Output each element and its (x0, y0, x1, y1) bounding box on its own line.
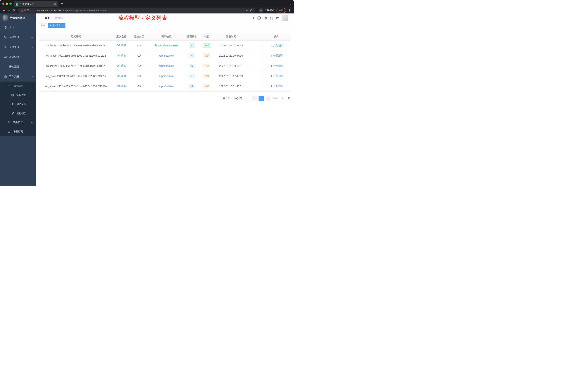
form-link[interactable]: /bpm/oa/flow (159, 85, 173, 88)
forward-button[interactable] (7, 8, 11, 13)
status-badge: 挂起 (202, 54, 211, 58)
definition-name-link[interactable]: OA 请假 (117, 54, 126, 57)
tab-favicon-icon (16, 3, 18, 6)
sidebar-item-home[interactable]: 首页 (0, 22, 36, 33)
assign-rule-label: 分配规则 (273, 44, 284, 47)
definition-category: OA (130, 61, 148, 71)
version-badge: v1 (189, 84, 195, 89)
version-cell: v5 (185, 40, 199, 51)
column-header: 状态 (199, 33, 214, 40)
definition-name-link[interactable]: OA 请假 (117, 64, 126, 67)
column-header: 部署时间 (214, 33, 247, 40)
sidebar-item-system-management[interactable]: 系统管理 (0, 33, 36, 42)
help-icon[interactable] (264, 17, 267, 20)
user-icon (270, 55, 273, 57)
tag-close-icon[interactable]: × (62, 24, 64, 27)
page-size-select[interactable]: 10条/页 (232, 96, 250, 101)
sidebar-item-process-form[interactable]: 流程表单 (0, 91, 36, 100)
assign-rule-link[interactable]: 分配规则 (270, 44, 284, 47)
assign-rule-label: 分配规则 (273, 64, 284, 67)
version-cell: v2 (185, 71, 199, 81)
tab-search-chevron-icon[interactable] (290, 2, 291, 5)
incognito-label: 无痕模式 (265, 9, 274, 12)
form-link[interactable]: /bpm/oa/flow (159, 75, 173, 77)
assign-rule-link[interactable]: 分配规则 (270, 54, 284, 57)
sidebar-item-process-management[interactable]: 流程管理 (0, 82, 36, 91)
sidebar-item-label: 请假查询 (13, 130, 23, 133)
prev-page-button[interactable] (252, 96, 257, 101)
goto-label: 前往 (272, 97, 277, 100)
sidebar-item-label: 首页 (9, 26, 14, 29)
deploy-time: 2022-01-22 19:19:11 (214, 61, 247, 71)
definition-id: oa_leave:5:004b710b-7b8a-11ec-8ef0-acde4… (40, 40, 113, 51)
assign-rule-link[interactable]: 分配规则 (270, 64, 284, 67)
update-button[interactable]: 更新 (276, 8, 286, 13)
view-tag-1[interactable]: 流程定义× (48, 23, 65, 28)
sidebar-item-task-management[interactable]: 任务管理 (0, 118, 36, 127)
goto-page-input[interactable] (279, 96, 286, 101)
definition-name-link[interactable]: OA 请假 (117, 85, 126, 88)
tab-close-icon[interactable]: × (54, 3, 56, 6)
breadcrumb-current: 流程定义 (54, 16, 64, 20)
sidebar-logo[interactable]: 芋道管理系统 (0, 13, 36, 22)
font-size-icon[interactable]: tT (276, 17, 279, 20)
tool-icon (4, 65, 7, 68)
window-close-button[interactable] (2, 2, 4, 5)
next-page-button[interactable] (265, 96, 271, 101)
sidebar-item-infrastructure[interactable]: 基础设施 (0, 52, 36, 62)
sidebar-item-workflow[interactable]: 工作流程 (0, 72, 36, 82)
tab-title: 芋道管理系统 (20, 2, 52, 6)
breadcrumb-separator: / (52, 17, 52, 20)
action-cell: 分配规则 (263, 71, 290, 81)
definition-category: OA (130, 40, 148, 51)
url-text: dashboard.yudao.iocoder.cn/bpm/manager/d… (35, 9, 106, 12)
window-minimize-button[interactable] (6, 2, 8, 5)
status-cell: 激活 (199, 40, 214, 51)
table-row: oa_leave:4:991f2193-7b7f-11ec-a3c8-acde4… (40, 51, 290, 61)
sidebar-item-leave-query[interactable]: 请假查询 (0, 127, 36, 136)
chevron-down-icon (31, 56, 33, 58)
table-header-row: 定义编号定义名称定义分类表单信息流程版本状态部署时间操作 (40, 33, 290, 40)
user-avatar[interactable] (282, 15, 291, 21)
address-bar[interactable]: 不安全 dashboard.yudao.iocoder.cn/bpm/manag… (18, 8, 255, 13)
search-icon[interactable] (251, 17, 254, 20)
window-controls (0, 2, 14, 5)
form-info-cell: /bpm/oa/leave/create (148, 40, 185, 51)
hamburger-icon[interactable] (36, 16, 45, 20)
filler-cell (248, 61, 263, 71)
reload-button[interactable] (11, 8, 16, 13)
breadcrumb-home[interactable]: 首页 (45, 16, 50, 20)
key-icon[interactable] (245, 9, 248, 12)
browser-menu-icon[interactable]: ⋮ (287, 9, 292, 12)
assign-rule-link[interactable]: 分配规则 (270, 85, 284, 88)
browser-tab[interactable]: 芋道管理系统 × (14, 1, 58, 7)
incognito-badge[interactable]: 无痕模式 (259, 8, 274, 12)
sidebar-item-process-model[interactable]: 流程模型 (0, 109, 36, 118)
github-icon[interactable] (257, 16, 261, 20)
content: 定义编号定义名称定义分类表单信息流程版本状态部署时间操作 oa_leave:5:… (36, 29, 294, 186)
form-link[interactable]: /bpm/oa/leave/create (155, 44, 178, 47)
url-path: /bpm/manager/definition?key=oa_leave (64, 9, 106, 12)
sidebar-item-payment-management[interactable]: ¥支付管理 (0, 42, 36, 52)
definition-id: oa_leave:1:482ec033-762a-11ec-8477-a2380… (40, 81, 113, 91)
sidebar-item-dev-tools[interactable]: 研发工具 (0, 62, 36, 72)
new-tab-button[interactable]: + (61, 2, 63, 5)
assign-rule-link[interactable]: 分配规则 (270, 75, 284, 78)
status-cell: 挂起 (199, 61, 214, 71)
version-badge: v3 (189, 64, 195, 68)
bookmark-star-icon[interactable] (250, 9, 253, 12)
form-link[interactable]: /bpm/oa/flow (159, 54, 173, 57)
definition-name-link[interactable]: OA 请假 (117, 44, 126, 47)
column-header: 流程版本 (185, 33, 199, 40)
sidebar-item-user-group[interactable]: 用户分组 (0, 100, 36, 109)
form-link[interactable]: /bpm/oa/flow (159, 65, 173, 67)
view-tag-0[interactable]: 首页 (39, 23, 47, 28)
status-badge: 挂起 (202, 84, 211, 89)
definition-id: oa_leave:3:1fad3d93-7b75-11ec-a3c8-acde4… (40, 61, 113, 71)
back-button[interactable] (2, 8, 7, 13)
page-number-button[interactable]: 1 (259, 96, 264, 101)
fullscreen-icon[interactable] (270, 17, 273, 20)
window-zoom-button[interactable] (10, 2, 12, 5)
document-icon (11, 94, 14, 97)
definition-name-link[interactable]: OA 请假 (117, 75, 126, 77)
